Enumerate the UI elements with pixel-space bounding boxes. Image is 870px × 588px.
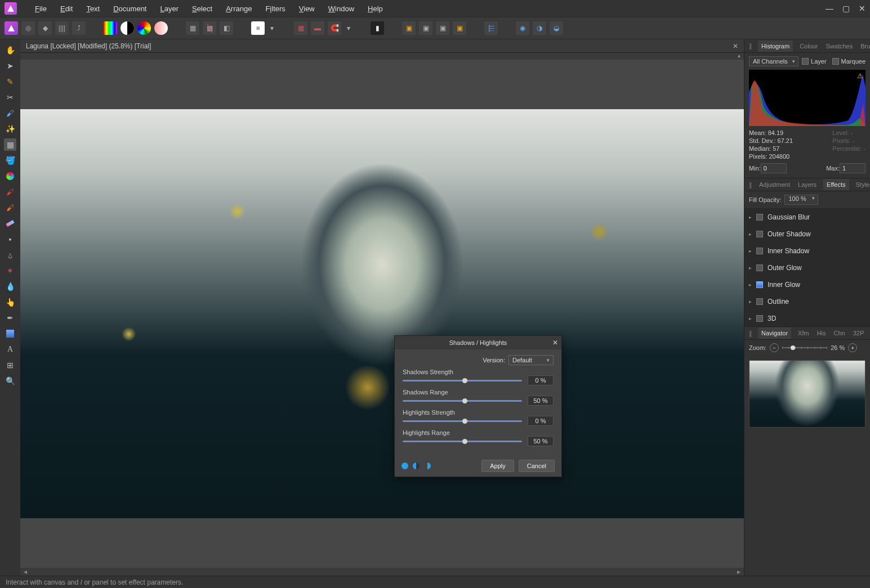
pixel-tool-icon[interactable]: ▪	[4, 233, 16, 245]
tab-32p[interactable]: 32P	[852, 327, 865, 339]
window-close-icon[interactable]: ✕	[859, 4, 865, 13]
assistant-icon[interactable]: ▮	[371, 21, 384, 35]
dialog-preset-1-icon[interactable]	[401, 463, 408, 469]
histogram-channel-select[interactable]: All Channels	[749, 56, 798, 66]
clone-tool-icon[interactable]: ⍙	[4, 249, 16, 261]
menu-document[interactable]: Document	[106, 2, 153, 15]
shadows-range-value[interactable]: 50 %	[528, 396, 554, 406]
colour-picker-tool-icon[interactable]: ✎	[4, 75, 16, 88]
effect-inner-shadow[interactable]: ▸Inner Shadow	[744, 242, 870, 259]
arrange-back-one-icon[interactable]: ▣	[419, 21, 432, 35]
persona-photo-icon[interactable]	[5, 21, 18, 35]
hist-max-input[interactable]: 1	[840, 163, 865, 173]
menu-edit[interactable]: Edit	[53, 2, 79, 15]
dialog-preset-2-icon[interactable]	[413, 463, 420, 469]
zoom-slider[interactable]	[782, 345, 827, 351]
tab-xfm[interactable]: Xfm	[797, 327, 810, 339]
tab-adjustment[interactable]: Adjustment	[758, 179, 791, 190]
selection-deselect-icon[interactable]: ▦╲	[203, 21, 216, 35]
adjustment-bw-icon[interactable]	[121, 21, 134, 35]
zoom-in-button[interactable]: +	[848, 343, 857, 352]
tab-navigator[interactable]: Navigator	[758, 327, 791, 339]
menu-text[interactable]: Text	[79, 2, 106, 15]
effect-gaussian-blur[interactable]: ▸Gaussian Blur	[744, 208, 870, 225]
tab-effects[interactable]: Effects	[823, 179, 849, 190]
effect-inner-glow[interactable]: ▸Inner Glow	[744, 276, 870, 293]
highlights-range-slider[interactable]	[403, 438, 522, 445]
boolean-add-icon[interactable]: ◉	[516, 21, 529, 35]
move-tool-icon[interactable]: ➤	[4, 60, 16, 72]
tab-layers[interactable]: Layers	[797, 179, 818, 190]
menu-filters[interactable]: Filters	[258, 2, 292, 15]
navigator-thumbnail[interactable]	[749, 360, 865, 428]
dialog-cancel-button[interactable]: Cancel	[519, 460, 555, 472]
histogram-marquee-checkbox[interactable]: Marquee	[832, 58, 865, 65]
effect-outline[interactable]: ▸Outline	[744, 293, 870, 309]
document-tab[interactable]: Laguna [Locked] [Modified] (25.8%) [Tria…	[20, 39, 744, 53]
snapping-icon[interactable]: 🧲	[328, 21, 341, 35]
scroll-left-icon[interactable]: ◂	[24, 568, 27, 576]
align-left-icon[interactable]: ⬱	[484, 21, 498, 35]
gradient-tool-icon[interactable]	[4, 170, 16, 182]
quickmask-dropdown-icon[interactable]: ▾	[268, 21, 276, 35]
histogram-layer-checkbox[interactable]: Layer	[802, 58, 827, 65]
tab-brushes[interactable]: Brushes	[859, 41, 870, 52]
dialog-version-select[interactable]: Default	[508, 355, 554, 365]
arrange-forward-one-icon[interactable]: ▣	[436, 21, 449, 35]
dialog-apply-button[interactable]: Apply	[481, 460, 514, 472]
snapping-dropdown-icon[interactable]: ▾	[345, 21, 353, 35]
flood-select-tool-icon[interactable]: ✨	[4, 123, 16, 135]
persona-export-icon[interactable]: ⤴	[72, 21, 86, 35]
scroll-right-icon[interactable]: ▸	[737, 568, 740, 576]
shadows-strength-value[interactable]: 0 %	[528, 375, 554, 385]
quickmask-icon[interactable]: ■	[251, 21, 265, 35]
highlights-range-value[interactable]: 50 %	[528, 436, 554, 446]
flood-fill-tool-icon[interactable]: 🪣	[4, 154, 16, 167]
arrange-move-back-icon[interactable]: ▣	[402, 21, 416, 35]
persona-tonemap-icon[interactable]: ||||	[55, 21, 69, 35]
effect-outer-glow[interactable]: ▸Outer Glow	[744, 259, 870, 276]
crop-tool-icon[interactable]: ✂	[4, 91, 16, 104]
boolean-intersect-icon[interactable]: ◒	[550, 21, 563, 35]
tab-styles[interactable]: Styles	[855, 179, 871, 190]
menu-file[interactable]: File	[28, 2, 53, 15]
document-tab-close-icon[interactable]: ✕	[733, 42, 738, 50]
adjustment-lut-icon[interactable]	[104, 21, 117, 35]
arrange-move-front-icon[interactable]: ▣	[453, 21, 466, 35]
canvas-scroll-up-icon[interactable]: ▲	[737, 53, 742, 60]
mesh-warp-tool-icon[interactable]: ⊞	[4, 359, 16, 371]
menu-help[interactable]: Help	[361, 2, 390, 15]
adjustment-hsl-icon[interactable]	[137, 21, 151, 35]
tab-his[interactable]: His	[816, 327, 827, 339]
tab-swatches[interactable]: Swatches	[825, 41, 854, 52]
canvas[interactable]	[20, 60, 744, 568]
shadows-strength-slider[interactable]	[403, 377, 522, 384]
shadows-range-slider[interactable]	[403, 397, 522, 404]
effect-outer-shadow[interactable]: ▸Outer Shadow	[744, 225, 870, 242]
paint-mixer-tool-icon[interactable]: 🖌	[4, 201, 16, 214]
rectangle-tool-icon[interactable]	[4, 327, 16, 340]
menu-select[interactable]: Select	[185, 2, 219, 15]
dialog-titlebar[interactable]: Shadows / Highlights ✕	[395, 336, 561, 349]
erase-brush-tool-icon[interactable]	[4, 217, 16, 230]
selection-brush-tool-icon[interactable]: 🖌	[4, 107, 16, 119]
pen-tool-icon[interactable]: ✒	[4, 312, 16, 324]
marquee-tool-icon[interactable]: ▦	[4, 138, 16, 151]
dialog-close-icon[interactable]: ✕	[552, 339, 558, 347]
zoom-tool-icon[interactable]: 🔍	[4, 375, 16, 387]
menu-arrange[interactable]: Arrange	[219, 2, 258, 15]
persona-develop-icon[interactable]: ◆	[38, 21, 52, 35]
window-minimize-icon[interactable]: —	[826, 4, 833, 13]
inpainting-tool-icon[interactable]: ✶	[4, 264, 16, 277]
selection-invert-icon[interactable]: ◧	[220, 21, 233, 35]
tab-colour[interactable]: Colour	[798, 41, 819, 52]
smudge-tool-icon[interactable]: 👆	[4, 296, 16, 308]
view-tool-icon[interactable]: ✋	[4, 44, 16, 56]
effect-3d[interactable]: ▸3D	[744, 309, 870, 326]
selection-marquee-icon[interactable]: ▦	[186, 21, 199, 35]
boolean-subtract-icon[interactable]: ◑	[533, 21, 546, 35]
menu-view[interactable]: View	[292, 2, 322, 15]
menu-layer[interactable]: Layer	[153, 2, 185, 15]
window-maximize-icon[interactable]: ▢	[842, 4, 850, 13]
paint-brush-tool-icon[interactable]: 🖌	[4, 186, 16, 198]
